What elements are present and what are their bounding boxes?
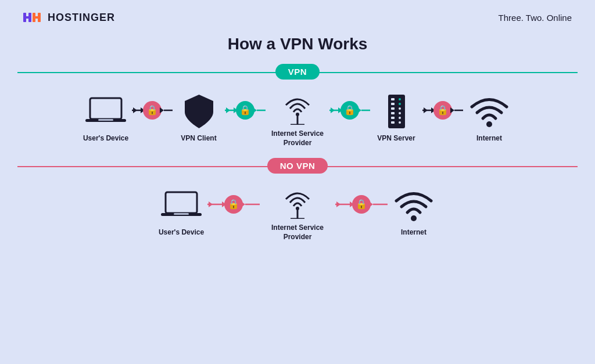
- vpn-client: VPN Client: [173, 93, 225, 143]
- svg-rect-5: [38, 13, 41, 22]
- novpn-internet: Internet: [388, 188, 440, 237]
- connector-2: 🔒: [225, 100, 266, 120]
- svg-marker-63: [241, 201, 245, 207]
- vpn-client-label: VPN Client: [181, 134, 216, 143]
- svg-marker-73: [369, 201, 373, 207]
- wifi-icon: [469, 93, 510, 129]
- novpn-connector-1: 🔒: [207, 194, 260, 214]
- wifi-icon-2: [393, 188, 434, 224]
- svg-rect-9: [98, 119, 113, 121]
- vpn-isp: Internet ServiceProvider: [266, 89, 329, 147]
- svg-point-44: [399, 112, 401, 114]
- vpn-isp-label: Internet ServiceProvider: [271, 129, 324, 147]
- tagline: Three. Two. Online: [499, 13, 572, 23]
- vpn-badge: VPN: [275, 64, 320, 80]
- shield-icon: [183, 93, 215, 129]
- novpn-connector-2: 🔒: [335, 194, 388, 214]
- novpn-divider: NO VPN: [17, 158, 578, 174]
- page-title: How a VPN Works: [0, 35, 595, 53]
- server-icon: [383, 93, 410, 129]
- svg-rect-35: [391, 98, 395, 100]
- svg-text:🔒: 🔒: [344, 104, 356, 116]
- svg-marker-21: [253, 107, 257, 113]
- svg-text:🔒: 🔒: [228, 199, 239, 210]
- novpn-user-device: User's Device: [155, 188, 207, 237]
- svg-marker-33: [331, 107, 335, 113]
- novpn-internet-label: Internet: [401, 228, 426, 237]
- novpn-section: NO VPN User's Device 🔒: [17, 158, 578, 242]
- vpn-internet-label: Internet: [476, 134, 502, 143]
- novpn-badge: NO VPN: [267, 158, 328, 174]
- svg-marker-75: [336, 201, 340, 207]
- svg-rect-34: [388, 95, 405, 128]
- vpn-server: VPN Server: [370, 93, 422, 143]
- svg-rect-36: [391, 103, 395, 105]
- svg-marker-53: [424, 107, 428, 113]
- svg-rect-7: [92, 100, 119, 117]
- svg-point-46: [399, 121, 401, 124]
- vpn-user-device-label: User's Device: [83, 134, 128, 143]
- svg-text:🔒: 🔒: [146, 104, 158, 116]
- vpn-divider: VPN: [17, 64, 578, 80]
- laptop-icon: [85, 93, 126, 129]
- svg-marker-14: [160, 107, 164, 113]
- header: HOSTINGER Three. Two. Online: [0, 0, 595, 30]
- svg-text:🔒: 🔒: [356, 199, 367, 210]
- novpn-isp: Internet ServiceProvider: [260, 183, 335, 242]
- svg-marker-65: [209, 201, 213, 207]
- svg-rect-58: [174, 213, 189, 215]
- novpn-diagram-row: User's Device 🔒: [17, 183, 578, 242]
- svg-marker-31: [357, 107, 361, 113]
- vpn-section: VPN User's Device 🔒: [17, 64, 578, 147]
- svg-rect-2: [28, 13, 31, 22]
- svg-rect-38: [391, 112, 395, 114]
- svg-marker-51: [450, 107, 454, 113]
- logo-text: HOSTINGER: [48, 12, 115, 24]
- svg-point-43: [399, 107, 401, 110]
- svg-marker-16: [133, 107, 137, 113]
- connector-3: 🔒: [329, 100, 370, 120]
- svg-point-42: [399, 103, 401, 105]
- svg-point-45: [399, 117, 401, 119]
- antenna-icon: [280, 89, 315, 125]
- svg-text:🔒: 🔒: [437, 104, 449, 116]
- svg-text:🔒: 🔒: [239, 104, 251, 116]
- vpn-diagram-row: User's Device 🔒 VPN Client: [17, 89, 578, 147]
- vpn-user-device: User's Device: [80, 93, 132, 143]
- novpn-isp-label: Internet ServiceProvider: [271, 224, 324, 242]
- svg-point-41: [399, 98, 401, 100]
- antenna-icon-2: [280, 183, 315, 219]
- svg-marker-23: [226, 107, 230, 113]
- svg-point-54: [486, 121, 492, 127]
- svg-rect-56: [168, 194, 195, 211]
- logo-icon: [23, 10, 42, 24]
- laptop-icon-2: [161, 188, 202, 224]
- svg-rect-40: [391, 121, 395, 124]
- novpn-user-device-label: User's Device: [159, 228, 204, 237]
- logo: HOSTINGER: [23, 10, 115, 24]
- svg-rect-37: [391, 107, 395, 110]
- connector-4: 🔒: [422, 100, 463, 120]
- vpn-internet: Internet: [463, 93, 515, 143]
- svg-rect-39: [391, 117, 395, 119]
- svg-point-76: [411, 215, 417, 221]
- vpn-server-label: VPN Server: [377, 134, 415, 143]
- connector-1: 🔒: [132, 100, 173, 120]
